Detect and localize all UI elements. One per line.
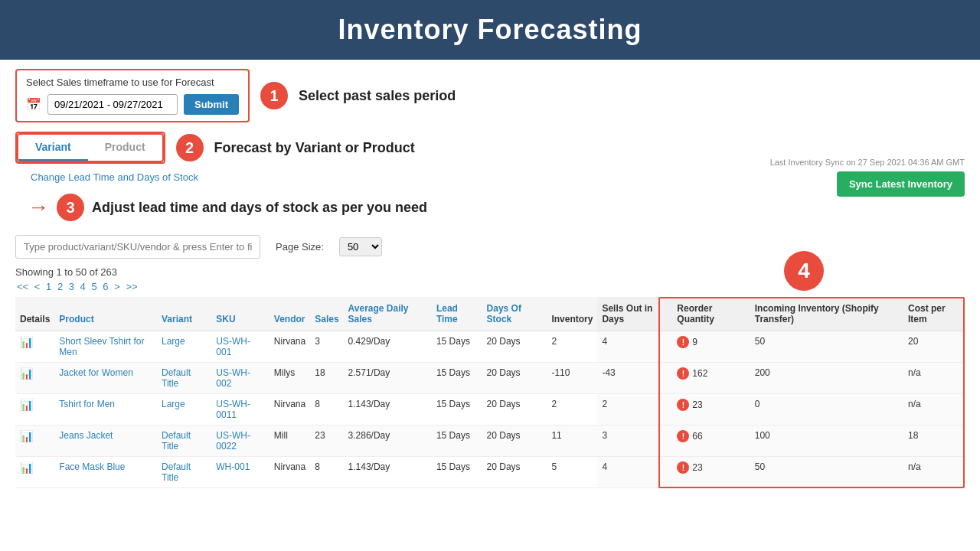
step1-box-label: Select Sales timeframe to use for Foreca…: [26, 77, 239, 88]
submit-button[interactable]: Submit: [184, 94, 239, 115]
page-6[interactable]: 6: [103, 281, 108, 292]
cell-avg-daily: 1.143/Day: [344, 457, 432, 488]
variant-product-tabs: Variant Product: [17, 133, 164, 162]
cell-avg-daily: 2.571/Day: [344, 363, 432, 394]
cell-details[interactable]: 📊: [15, 457, 54, 488]
cell-cost: n/a: [903, 363, 965, 394]
cell-sells-out: 4: [597, 457, 672, 488]
search-input[interactable]: [15, 235, 260, 259]
sku-link[interactable]: US-WH-0011: [216, 399, 250, 420]
col-details: Details: [15, 297, 54, 331]
cell-details[interactable]: 📊: [15, 394, 54, 425]
chart-icon[interactable]: 📊: [20, 461, 33, 474]
warning-icon: !: [677, 461, 689, 474]
cell-avg-daily: 0.429/Day: [344, 331, 432, 363]
page-4[interactable]: 4: [80, 281, 86, 292]
table-row: 📊 Tshirt for Men Large US-WH-0011 Nirvan…: [15, 394, 965, 425]
page-3[interactable]: 3: [69, 281, 74, 292]
variant-link[interactable]: Default Title: [162, 461, 191, 483]
cell-days-stock: 20 Days: [482, 394, 547, 425]
cell-lead-time: 15 Days: [432, 363, 482, 394]
cell-avg-daily: 3.286/Day: [344, 425, 432, 457]
sku-link[interactable]: US-WH-0022: [216, 430, 250, 452]
warning-icon: !: [677, 367, 689, 380]
product-link[interactable]: Jeans Jacket: [59, 430, 113, 441]
variant-link[interactable]: Default Title: [162, 367, 191, 389]
sku-link[interactable]: US-WH-001: [216, 336, 250, 357]
cell-reorder-qty: ! 23: [672, 457, 750, 488]
col-reorder-qty: Reorder Quantity: [672, 297, 750, 331]
cell-days-stock: 20 Days: [482, 457, 547, 488]
cell-lead-time: 15 Days: [432, 425, 482, 457]
cell-reorder-qty: ! 162: [672, 363, 750, 394]
step2-circle: 2: [176, 134, 204, 161]
cell-sells-out: -43: [597, 363, 672, 394]
product-link[interactable]: Short Sleev Tshirt for Men: [59, 336, 144, 357]
warning-icon: !: [677, 336, 689, 348]
page-1[interactable]: 1: [46, 281, 51, 292]
chart-icon[interactable]: 📊: [20, 367, 33, 380]
cell-details[interactable]: 📊: [15, 363, 54, 394]
step3-label: Adjust lead time and days of stock as pe…: [92, 200, 427, 216]
cell-details[interactable]: 📊: [15, 331, 54, 363]
arrow-icon: →: [28, 195, 49, 220]
reorder-qty-value: 9: [692, 337, 697, 347]
variant-link[interactable]: Large: [162, 399, 185, 409]
page-size-select[interactable]: 10 25 50 100: [339, 237, 382, 256]
cell-vendor: Milys: [270, 363, 310, 394]
cell-incoming: 50: [750, 457, 903, 488]
page-5[interactable]: 5: [91, 281, 96, 292]
col-cost: Cost per Item: [903, 297, 965, 331]
page-last[interactable]: >>: [126, 281, 137, 292]
page-next[interactable]: >: [114, 281, 120, 292]
inventory-table: Details Product Variant SKU Vendor Sales…: [15, 297, 965, 488]
chart-icon[interactable]: 📊: [20, 399, 33, 411]
sync-button[interactable]: Sync Latest Inventory: [837, 171, 965, 197]
variant-link[interactable]: Default Title: [162, 430, 191, 452]
cell-sales: 8: [310, 457, 343, 488]
cell-sales: 18: [310, 363, 343, 394]
cell-incoming: 0: [750, 394, 903, 425]
cell-incoming: 100: [750, 425, 903, 457]
col-lead-time: Lead Time: [432, 297, 482, 331]
tab-variant[interactable]: Variant: [18, 135, 88, 161]
page-first[interactable]: <<: [17, 281, 28, 292]
page-prev[interactable]: <: [34, 281, 41, 292]
cell-details[interactable]: 📊: [15, 425, 54, 457]
page-2[interactable]: 2: [57, 281, 63, 292]
sku-link[interactable]: WH-001: [216, 461, 250, 472]
table-row: 📊 Jacket for Women Default Title US-WH-0…: [15, 363, 965, 394]
step2-label: Forecast by Variant or Product: [214, 140, 415, 156]
tab-product[interactable]: Product: [88, 135, 162, 161]
cell-days-stock: 20 Days: [482, 331, 547, 363]
chart-icon[interactable]: 📊: [20, 430, 33, 442]
col-sku: SKU: [211, 297, 270, 331]
cell-product: Jacket for Women: [54, 363, 157, 394]
cell-sells-out: 3: [597, 425, 672, 457]
cell-sales: 23: [310, 425, 343, 457]
step4-circle: 4: [784, 251, 824, 291]
table-wrapper: 4 See what and how much to restock Detai…: [15, 297, 965, 488]
product-link[interactable]: Jacket for Women: [59, 367, 132, 378]
cell-variant: Large: [157, 394, 211, 425]
cell-sku: WH-001: [211, 457, 270, 488]
cell-sells-out: 4: [597, 331, 672, 363]
cell-incoming: 200: [750, 363, 903, 394]
calendar-icon: 📅: [26, 97, 41, 112]
sku-link[interactable]: US-WH-002: [216, 367, 250, 389]
product-link[interactable]: Tshirt for Men: [59, 399, 115, 409]
page-header: Inventory Forecasting: [0, 0, 980, 60]
product-link[interactable]: Face Mask Blue: [59, 461, 125, 472]
step1-box: Select Sales timeframe to use for Foreca…: [15, 69, 250, 122]
variant-link[interactable]: Large: [162, 336, 185, 347]
cell-inventory: 2: [547, 331, 597, 363]
reorder-qty-value: 23: [692, 462, 702, 473]
change-lead-link[interactable]: Change Lead Time and Days of Stock: [31, 171, 198, 183]
cell-inventory: 2: [547, 394, 597, 425]
cell-vendor: Nirvana: [270, 394, 310, 425]
date-range-input[interactable]: [47, 94, 178, 115]
chart-icon[interactable]: 📊: [20, 336, 33, 348]
cell-sku: US-WH-002: [211, 363, 270, 394]
col-vendor: Vendor: [270, 297, 310, 331]
col-product: Product: [54, 297, 157, 331]
